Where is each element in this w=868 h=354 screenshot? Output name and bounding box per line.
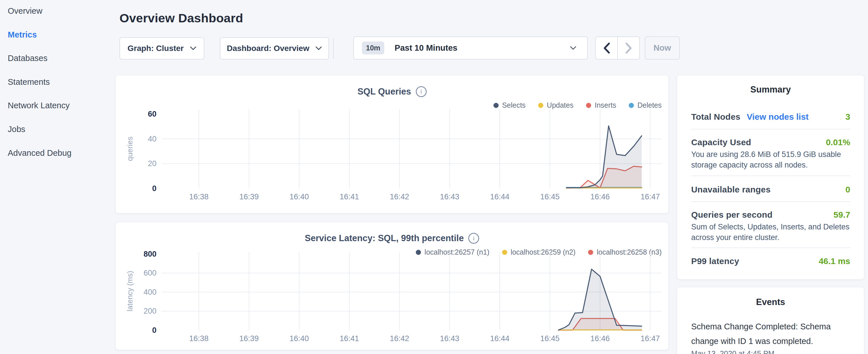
summary-divider xyxy=(691,129,850,129)
svg-text:0: 0 xyxy=(152,184,156,193)
summary-value: 46.1 ms xyxy=(819,256,850,266)
svg-text:40: 40 xyxy=(148,135,156,143)
summary-row-p99-latency: P99 latency 46.1 ms xyxy=(691,255,850,267)
svg-text:16:38: 16:38 xyxy=(189,334,209,343)
chevron-down-icon xyxy=(315,46,322,51)
svg-text:16:42: 16:42 xyxy=(390,192,409,201)
time-prev-button[interactable] xyxy=(596,37,618,59)
svg-text:16:38: 16:38 xyxy=(189,192,209,201)
service-latency-chart-card: Service Latency: SQL, 99th percentile i … xyxy=(116,222,669,350)
summary-title: Summary xyxy=(677,85,864,95)
summary-value: 0.01% xyxy=(826,137,850,147)
graph-dropdown-label: Graph: Cluster xyxy=(127,44,184,53)
svg-text:200: 200 xyxy=(144,307,156,315)
service-latency-chart[interactable]: 16:3816:3916:4016:4116:4216:4316:4416:45… xyxy=(116,222,669,350)
time-next-button[interactable] xyxy=(618,37,639,59)
svg-text:latency (ms): latency (ms) xyxy=(125,271,134,312)
time-range-selector[interactable]: 10m Past 10 Minutes xyxy=(353,36,588,60)
dashboard-dropdown-label: Dashboard: Overview xyxy=(227,44,309,53)
summary-row-capacity-used: Capacity Used 0.01% xyxy=(691,136,850,148)
summary-value: 0 xyxy=(845,185,850,194)
sidebar-item-databases[interactable]: Databases xyxy=(8,53,48,64)
dashboard-dropdown[interactable]: Dashboard: Overview xyxy=(220,37,329,60)
svg-text:400: 400 xyxy=(144,288,156,296)
sidebar-item-metrics[interactable]: Metrics xyxy=(8,29,37,40)
view-nodes-list-link[interactable]: View nodes list xyxy=(747,112,809,122)
svg-text:0: 0 xyxy=(152,326,156,334)
sql-queries-chart[interactable]: 16:3816:3916:4016:4116:4216:4316:4416:45… xyxy=(116,75,669,214)
chevron-down-icon xyxy=(570,46,576,50)
sidebar-item-overview[interactable]: Overview xyxy=(8,5,42,17)
event-message[interactable]: Schema Change Completed: Schema change w… xyxy=(691,319,851,349)
sidebar-item-advanced-debug[interactable]: Advanced Debug xyxy=(8,147,72,159)
svg-text:16:43: 16:43 xyxy=(440,192,459,201)
page-title: Overview Dashboard xyxy=(120,11,243,25)
sidebar-item-jobs[interactable]: Jobs xyxy=(8,123,25,135)
now-button-label: Now xyxy=(653,43,671,53)
svg-text:16:39: 16:39 xyxy=(239,334,259,343)
summary-label: Capacity Used xyxy=(691,137,751,147)
toolbar-divider xyxy=(333,38,334,59)
summary-divider xyxy=(691,248,850,248)
summary-value: 59.7 xyxy=(834,210,850,220)
svg-text:60: 60 xyxy=(148,110,156,118)
svg-text:16:44: 16:44 xyxy=(490,334,509,343)
svg-text:16:45: 16:45 xyxy=(540,192,560,201)
summary-label: Unavailable ranges xyxy=(691,185,771,194)
chevron-left-icon xyxy=(603,43,610,54)
summary-panel: Summary Total Nodes View nodes list 3 Ca… xyxy=(677,75,864,280)
events-title: Events xyxy=(677,297,864,307)
sidebar-item-network-latency[interactable]: Network Latency xyxy=(8,100,70,111)
time-range-badge: 10m xyxy=(362,41,384,55)
svg-text:16:40: 16:40 xyxy=(289,192,309,201)
svg-text:16:42: 16:42 xyxy=(390,334,409,343)
now-button[interactable]: Now xyxy=(645,36,680,60)
svg-text:16:41: 16:41 xyxy=(340,192,359,201)
summary-row-total-nodes: Total Nodes View nodes list 3 xyxy=(691,111,850,123)
svg-text:16:45: 16:45 xyxy=(540,334,560,343)
summary-value: 3 xyxy=(845,112,850,122)
svg-text:16:41: 16:41 xyxy=(340,334,359,343)
svg-text:queries: queries xyxy=(125,137,134,161)
summary-row-queries-per-second: Queries per second 59.7 xyxy=(691,209,850,221)
svg-text:600: 600 xyxy=(144,269,156,277)
svg-text:800: 800 xyxy=(144,250,156,258)
svg-text:16:46: 16:46 xyxy=(590,192,610,201)
event-timestamp: May 13, 2020 at 4:45 PM xyxy=(691,349,775,354)
summary-note: You are using 28.6 MiB of 515.9 GiB usab… xyxy=(691,149,852,170)
svg-text:20: 20 xyxy=(148,159,156,168)
summary-row-unavailable-ranges: Unavailable ranges 0 xyxy=(691,184,850,196)
sql-queries-chart-card: SQL Queries i SelectsUpdatesInsertsDelet… xyxy=(116,75,669,213)
summary-divider xyxy=(691,201,850,202)
events-panel: Events Schema Change Completed: Schema c… xyxy=(677,287,864,354)
summary-label: P99 latency xyxy=(691,256,739,266)
time-step-buttons xyxy=(595,36,640,60)
svg-text:16:47: 16:47 xyxy=(641,334,660,343)
svg-text:16:44: 16:44 xyxy=(490,192,509,201)
svg-text:16:43: 16:43 xyxy=(440,334,459,343)
chevron-down-icon xyxy=(190,46,196,51)
summary-divider xyxy=(691,175,850,176)
svg-text:16:46: 16:46 xyxy=(590,334,610,343)
graph-dropdown[interactable]: Graph: Cluster xyxy=(120,37,204,60)
summary-label: Queries per second xyxy=(691,210,773,220)
svg-text:16:40: 16:40 xyxy=(289,334,309,343)
summary-label: Total Nodes xyxy=(691,112,741,122)
svg-text:16:39: 16:39 xyxy=(239,192,259,201)
svg-text:16:47: 16:47 xyxy=(641,192,660,201)
summary-note: Sum of Selects, Updates, Inserts, and De… xyxy=(691,222,852,243)
time-range-label: Past 10 Minutes xyxy=(395,43,457,53)
chevron-right-icon xyxy=(625,43,632,54)
sidebar-item-statements[interactable]: Statements xyxy=(8,76,50,88)
